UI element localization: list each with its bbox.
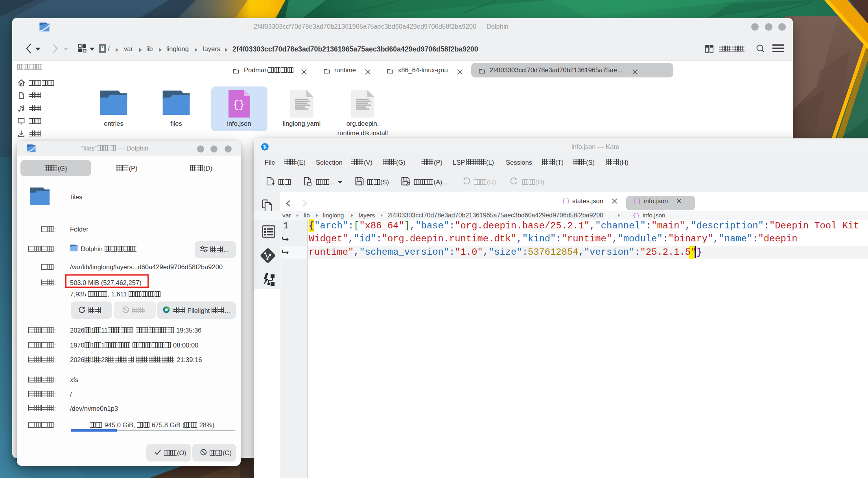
svg-text:{}: {} bbox=[232, 99, 245, 111]
